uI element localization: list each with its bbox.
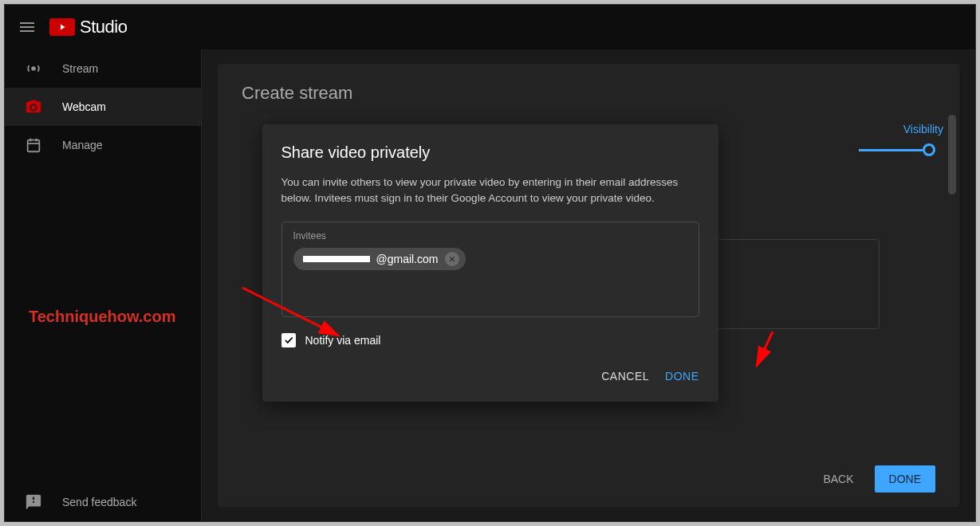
sidebar-item-label: Stream	[62, 62, 98, 75]
sidebar-item-label: Manage	[62, 139, 103, 151]
modal-title: Share video privately	[281, 143, 699, 162]
back-button[interactable]: BACK	[812, 466, 864, 492]
logo[interactable]: Studio	[49, 17, 127, 37]
sidebar-item-label: Send feedback	[62, 496, 136, 508]
youtube-icon	[49, 18, 75, 36]
remove-chip-icon[interactable]	[445, 252, 459, 266]
done-button[interactable]: DONE	[875, 465, 935, 493]
sidebar-item-manage[interactable]: Manage	[5, 126, 201, 164]
modal-done-button[interactable]: DONE	[665, 370, 699, 383]
step-dot[interactable]	[923, 143, 935, 156]
panel-footer-buttons: BACK DONE	[812, 465, 935, 493]
cancel-button[interactable]: CANCEL	[601, 370, 649, 383]
logo-text: Studio	[80, 17, 127, 37]
svg-point-0	[31, 66, 36, 71]
scrollbar[interactable]	[948, 115, 956, 194]
broadcast-icon	[24, 59, 43, 78]
redacted-name	[303, 256, 370, 262]
checkbox-icon[interactable]	[281, 333, 296, 347]
chip-email-suffix: @gmail.com	[376, 253, 439, 265]
invitees-input[interactable]: Invitees @gmail.com	[281, 222, 699, 317]
sidebar-item-label: Webcam	[62, 100, 106, 113]
calendar-icon	[24, 135, 43, 155]
svg-rect-1	[28, 140, 40, 152]
app-root: Studio Stream Webcam Manage	[4, 4, 976, 522]
modal-description: You can invite others to view your priva…	[281, 175, 699, 207]
step-line	[859, 149, 923, 151]
notify-checkbox-row[interactable]: Notify via email	[281, 333, 699, 347]
sidebar: Stream Webcam Manage Techniquehow.com	[5, 49, 202, 521]
menu-icon[interactable]	[18, 18, 37, 37]
feedback-icon	[24, 493, 43, 512]
share-privately-modal: Share video privately You can invite oth…	[262, 124, 718, 402]
camera-icon	[24, 97, 43, 116]
invitee-chip: @gmail.com	[293, 248, 466, 270]
modal-actions: CANCEL DONE	[281, 370, 699, 383]
panel-title: Create stream	[242, 83, 935, 104]
watermark-text: Techniquehow.com	[5, 308, 201, 326]
invitees-label: Invitees	[293, 230, 687, 241]
sidebar-item-feedback[interactable]: Send feedback	[5, 483, 201, 521]
sidebar-item-stream[interactable]: Stream	[5, 49, 201, 88]
stepper: Visibility	[859, 143, 935, 156]
topbar: Studio	[5, 5, 975, 49]
sidebar-item-webcam[interactable]: Webcam	[5, 88, 201, 126]
notify-label: Notify via email	[305, 334, 381, 347]
step-label-visibility: Visibility	[903, 123, 943, 135]
